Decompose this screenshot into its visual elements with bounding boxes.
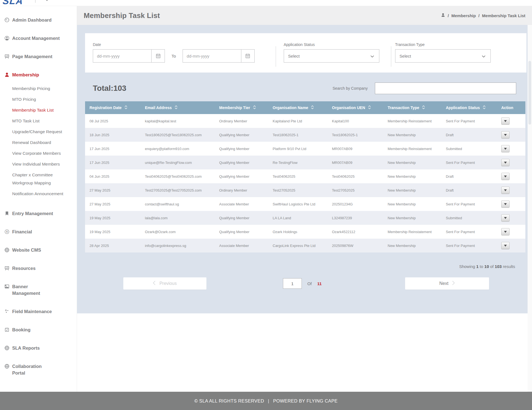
pagination: Previous Of 11 Next [77, 277, 528, 290]
breadcrumb-separator: / [478, 13, 479, 18]
application-status-select[interactable]: Select [284, 49, 379, 63]
page-number-input[interactable] [283, 278, 302, 289]
sidebar-subitem-chapter-x-committee-workgroup-mapping[interactable]: Chapter x Committee Workgroup Mapping [12, 169, 77, 188]
calendar-icon[interactable] [151, 50, 165, 62]
row-action-button[interactable] [501, 187, 510, 194]
row-action-button[interactable] [501, 159, 510, 166]
cell-organisation-name: Ozark Holdings [268, 225, 328, 239]
cell-registration-date: 08 Jul 2025 [85, 114, 140, 128]
sidebar-item-financial[interactable]: $Financial [0, 228, 77, 235]
sidebar-subitem-membership-pricing[interactable]: Membership Pricing [12, 83, 77, 94]
sidebar-subitem-upgrade-change-request[interactable]: Upgrade/Change Request [12, 126, 77, 137]
sidebar-subitem-mto-task-list[interactable]: MTO Task List [12, 115, 77, 126]
chevron-right-icon [452, 281, 455, 286]
cell-transaction-type: New Membership [383, 197, 441, 211]
cell-registration-date: 28 Apr 2025 [85, 239, 140, 252]
row-action-button[interactable] [501, 145, 510, 152]
cell-organisation-uen: MR007AB09 [328, 142, 383, 156]
table-row: 17 Jun 2025unique@Re-TestingFlow.comQual… [85, 156, 525, 169]
cell-organisation-uen: 202509876W [328, 239, 383, 252]
cell-organisation-uen: Test18062025-1 [328, 128, 383, 142]
column-header-organisation-uen[interactable]: Organisation UEN [328, 101, 383, 114]
cell-organisation-uen: Kapital100 [328, 114, 383, 128]
sidebar-item-admin-dashboard[interactable]: Admin Dashboard [0, 17, 77, 23]
column-header-organisation-name[interactable]: Organisation Name [268, 101, 328, 114]
row-action-button[interactable] [501, 214, 510, 221]
sidebar-subitem-renewal-dashboard[interactable]: Renewal Dashboard [12, 137, 77, 148]
cell-organisation-name: Platform 9/10 Pvt Ltd [268, 142, 328, 156]
scrollbar-thumb[interactable] [528, 61, 531, 125]
footer: © SLA ALL RIGHTS RESERVED | POWERED BY F… [0, 392, 532, 410]
transaction-type-select[interactable]: Select [395, 49, 491, 63]
table-row: 27 May 2025contact@swifthaul.sgAssociate… [85, 197, 525, 211]
column-header-transaction-type[interactable]: Transaction Type [383, 101, 441, 114]
sidebar-subitem-notification-announcement[interactable]: Notification Announcement [12, 188, 77, 199]
sidebar-subitem-membership-task-list[interactable]: Membership Task List [12, 105, 77, 115]
sidebar-item-banner-management[interactable]: Banner Management [0, 283, 77, 296]
column-header-membership-tier[interactable]: Membership Tier [215, 101, 268, 114]
sort-icon[interactable] [422, 105, 425, 110]
sidebar-item-membership[interactable]: Membership [0, 71, 77, 78]
results-from: 1 [476, 264, 479, 269]
breadcrumb-item-membership[interactable]: Membership [451, 13, 476, 18]
sidebar-item-entry-management[interactable]: Entry Management [0, 210, 77, 217]
copyright-text: © SLA ALL RIGHTS RESERVED [195, 398, 264, 404]
page-of-label: Of [307, 281, 312, 286]
cell-transaction-type: New Membership [383, 239, 441, 252]
sidebar-item-website-cms[interactable]: Website CMS [0, 247, 77, 253]
column-header-action: Action [497, 101, 525, 114]
row-action-button[interactable] [501, 131, 510, 138]
sort-icon[interactable] [368, 105, 371, 110]
row-action-button[interactable] [501, 242, 510, 249]
sidebar: Admin DashboardAccount ManagementPage Ma… [0, 6, 77, 392]
scrollbar[interactable] [528, 25, 532, 392]
sidebar-item-account-management[interactable]: Account Management [0, 35, 77, 42]
cell-email-address: contact@swifthaul.sg [140, 197, 215, 211]
sidebar-subitem-view-corporate-members[interactable]: View Corporate Members [12, 148, 77, 159]
cell-registration-date: 19 May 2025 [85, 225, 140, 239]
sidebar-item-label: Account Management [12, 35, 60, 42]
sort-icon[interactable] [175, 105, 178, 110]
sort-icon[interactable] [311, 105, 314, 110]
next-page-button[interactable]: Next [405, 277, 489, 290]
sidebar-item-page-management[interactable]: Page Management [0, 53, 77, 60]
filter-divider [391, 46, 391, 67]
date-from-input[interactable]: dd-mm-yyyy [93, 49, 165, 63]
app-logo[interactable]: SLA [2, 0, 24, 6]
row-action-button[interactable] [501, 117, 510, 125]
cell-registration-date: 27 May 2025 [85, 183, 140, 197]
sidebar-item-field-maintenance[interactable]: Field Maintenance [0, 308, 77, 315]
column-header-email-address[interactable]: Email Address [140, 101, 215, 114]
cell-action [497, 156, 525, 169]
summary-row: Total:103 Search by Company [93, 82, 516, 94]
table-row: 27 May 2025Test27052025@Test27052025.com… [85, 183, 525, 197]
column-header-registration-date[interactable]: Registration Date [85, 101, 140, 114]
breadcrumb-item-membership-task-list: Membership Task List [482, 13, 525, 18]
sort-icon[interactable] [124, 105, 127, 110]
sidebar-subitem-mto-pricing[interactable]: MTO Pricing [12, 94, 77, 105]
previous-page-button[interactable]: Previous [123, 277, 206, 290]
sort-icon[interactable] [253, 105, 256, 110]
row-action-button[interactable] [501, 200, 510, 208]
row-action-button[interactable] [501, 173, 510, 180]
cell-membership-tier: Qualifying Member [215, 142, 268, 156]
sidebar-item-booking[interactable]: Booking [0, 326, 77, 333]
company-search-input[interactable] [375, 82, 516, 94]
row-action-button[interactable] [501, 228, 510, 235]
cell-organisation-uen: Ozark4522112 [328, 225, 383, 239]
column-header-application-status[interactable]: Application Status [441, 101, 497, 114]
date-to-input[interactable]: dd-mm-yyyy [183, 49, 255, 63]
table-row: 18 Jun 2025Test18062025@Test18062025.com… [85, 128, 525, 142]
sidebar-subitem-view-individual-members[interactable]: View Individual Members [12, 159, 77, 169]
sidebar-item-collaboration-portal[interactable]: Collaboration Portal [0, 363, 77, 376]
sidebar-item-resources[interactable]: Resources [0, 265, 77, 272]
sort-icon[interactable] [483, 105, 486, 110]
cell-organisation-uen: 202501234G [328, 197, 383, 211]
topbar-divider [35, 0, 35, 3]
bookmark-icon [4, 210, 10, 217]
sidebar-item-sla-reports[interactable]: SLA Reports [0, 345, 77, 351]
filter-card: Date dd-mm-yyyy To [85, 33, 526, 73]
sidebar-item-label: Booking [12, 326, 30, 333]
results-summary: Showing 1 to 10 of 103 results [77, 264, 515, 269]
calendar-icon[interactable] [241, 50, 254, 62]
